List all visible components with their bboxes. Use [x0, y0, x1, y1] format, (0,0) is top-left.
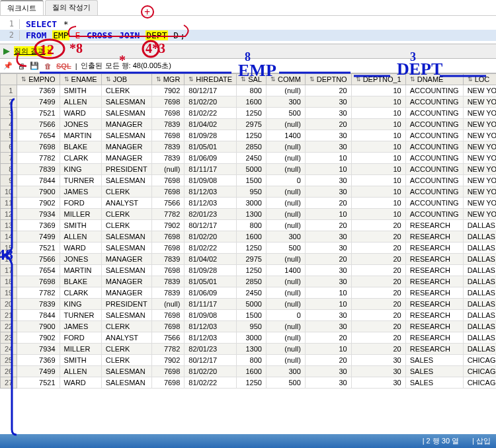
- cell[interactable]: MANAGER: [101, 276, 151, 287]
- cell[interactable]: SALESMAN: [101, 366, 151, 377]
- cell[interactable]: 12: [1, 209, 17, 220]
- cell[interactable]: 7698: [17, 141, 60, 153]
- cell[interactable]: 20: [351, 321, 405, 332]
- cell[interactable]: 7499: [17, 366, 60, 377]
- cell[interactable]: 7698: [151, 321, 185, 332]
- cell[interactable]: 5000: [237, 164, 267, 175]
- cell[interactable]: 7782: [17, 153, 60, 164]
- cell[interactable]: CLERK: [101, 209, 151, 220]
- cell[interactable]: 2850: [237, 276, 267, 287]
- cell[interactable]: 7654: [17, 130, 60, 141]
- cell[interactable]: 81/02/22: [185, 108, 237, 119]
- cell[interactable]: 10: [305, 209, 351, 220]
- cell[interactable]: 10: [351, 130, 405, 141]
- cell[interactable]: NEW YORK: [463, 96, 496, 108]
- cell[interactable]: (null): [266, 220, 305, 231]
- cell[interactable]: 30: [305, 310, 351, 321]
- cell[interactable]: DALLAS: [463, 220, 496, 231]
- cell[interactable]: 81/04/02: [185, 254, 237, 265]
- cell[interactable]: 10: [351, 96, 405, 108]
- cell[interactable]: WARD: [60, 377, 101, 389]
- cell[interactable]: 300: [266, 96, 305, 108]
- cell[interactable]: 18: [1, 276, 17, 287]
- cell[interactable]: (null): [266, 276, 305, 287]
- cell[interactable]: 10: [351, 85, 405, 96]
- cell[interactable]: RESEARCH: [405, 310, 463, 321]
- cell[interactable]: 10: [305, 299, 351, 310]
- column-header[interactable]: ⇅EMPNO: [17, 74, 60, 85]
- cell[interactable]: 7902: [151, 85, 185, 96]
- cell[interactable]: DALLAS: [463, 344, 496, 355]
- cell[interactable]: MANAGER: [101, 141, 151, 153]
- cell[interactable]: 7566: [17, 254, 60, 265]
- cell[interactable]: 82/01/23: [185, 209, 237, 220]
- cell[interactable]: BLAKE: [60, 141, 101, 153]
- cell[interactable]: CLERK: [101, 85, 151, 96]
- pin-icon[interactable]: 📌: [3, 61, 13, 71]
- table-row[interactable]: 267499ALLENSALESMAN769881/02/20160030030…: [1, 366, 497, 377]
- cell[interactable]: 81/11/17: [185, 299, 237, 310]
- column-header[interactable]: ⇅JOB: [101, 74, 151, 85]
- cell[interactable]: 7499: [17, 96, 60, 108]
- sort-icon[interactable]: ⇅: [241, 76, 246, 83]
- cell[interactable]: ACCOUNTING: [405, 96, 463, 108]
- cell[interactable]: RESEARCH: [405, 299, 463, 310]
- cell[interactable]: ACCOUNTING: [405, 130, 463, 141]
- cell[interactable]: ALLEN: [60, 231, 101, 243]
- cell[interactable]: NEW YORK: [463, 198, 496, 209]
- column-header[interactable]: [1, 74, 17, 85]
- cell[interactable]: 1600: [237, 231, 267, 243]
- cell[interactable]: 7698: [151, 186, 185, 198]
- cell[interactable]: 1250: [237, 265, 267, 276]
- cell[interactable]: 81/02/22: [185, 243, 237, 254]
- table-row[interactable]: 27499ALLENSALESMAN769881/02/201600300301…: [1, 96, 497, 108]
- cell[interactable]: 7369: [17, 85, 60, 96]
- cell[interactable]: 20: [305, 254, 351, 265]
- table-row[interactable]: 217844TURNERSALESMAN769881/09/0815000302…: [1, 310, 497, 321]
- column-header[interactable]: ⇅ENAME: [60, 74, 101, 85]
- cell[interactable]: 81/06/09: [185, 287, 237, 299]
- table-row[interactable]: 247934MILLERCLERK778282/01/231300(null)1…: [1, 344, 497, 355]
- cell[interactable]: 81/09/08: [185, 175, 237, 186]
- cell[interactable]: TURNER: [60, 175, 101, 186]
- cell[interactable]: 20: [351, 310, 405, 321]
- cell[interactable]: 20: [1, 299, 17, 310]
- cell[interactable]: RESEARCH: [405, 287, 463, 299]
- cell[interactable]: 81/12/03: [185, 332, 237, 344]
- cell[interactable]: 24: [1, 344, 17, 355]
- cell[interactable]: CLARK: [60, 153, 101, 164]
- result-tab-label[interactable]: 질의 결과 ×: [14, 46, 52, 56]
- cell[interactable]: 7: [1, 153, 17, 164]
- cell[interactable]: 81/11/17: [185, 164, 237, 175]
- table-row[interactable]: 47566JONESMANAGER783981/04/022975(null)2…: [1, 119, 497, 130]
- cell[interactable]: NEW YORK: [463, 141, 496, 153]
- cell[interactable]: 950: [237, 186, 267, 198]
- cell[interactable]: NEW YORK: [463, 186, 496, 198]
- cell[interactable]: SMITH: [60, 85, 101, 96]
- delete-icon[interactable]: 🗑: [43, 61, 52, 71]
- cell[interactable]: 20: [305, 332, 351, 344]
- cell[interactable]: 1600: [237, 96, 267, 108]
- cell[interactable]: 3000: [237, 198, 267, 209]
- table-row[interactable]: 167566JONESMANAGER783981/04/022975(null)…: [1, 254, 497, 265]
- cell[interactable]: JONES: [60, 254, 101, 265]
- cell[interactable]: 20: [351, 243, 405, 254]
- cell[interactable]: 30: [305, 377, 351, 389]
- cell[interactable]: WARD: [60, 243, 101, 254]
- cell[interactable]: DALLAS: [463, 299, 496, 310]
- cell[interactable]: ACCOUNTING: [405, 119, 463, 130]
- cell[interactable]: 81/02/22: [185, 377, 237, 389]
- cell[interactable]: 10: [305, 287, 351, 299]
- cell[interactable]: 7902: [151, 355, 185, 366]
- cell[interactable]: 300: [266, 231, 305, 243]
- cell[interactable]: NEW YORK: [463, 119, 496, 130]
- cell[interactable]: 25: [1, 355, 17, 366]
- cell[interactable]: (null): [266, 254, 305, 265]
- tab-worksheet[interactable]: 워크시트: [0, 0, 44, 15]
- cell[interactable]: 10: [305, 344, 351, 355]
- cell[interactable]: PRESIDENT: [101, 164, 151, 175]
- cell[interactable]: RESEARCH: [405, 243, 463, 254]
- cell[interactable]: (null): [266, 85, 305, 96]
- cell[interactable]: 950: [237, 321, 267, 332]
- cell[interactable]: 7844: [17, 310, 60, 321]
